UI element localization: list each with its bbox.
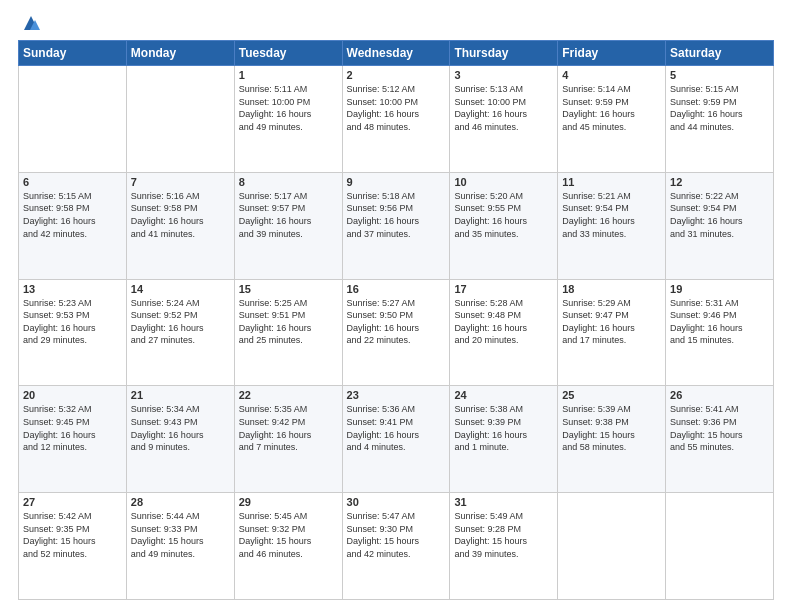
day-number: 27 — [23, 496, 122, 508]
calendar-cell — [666, 493, 774, 600]
calendar-cell: 9Sunrise: 5:18 AM Sunset: 9:56 PM Daylig… — [342, 172, 450, 279]
day-info: Sunrise: 5:25 AM Sunset: 9:51 PM Dayligh… — [239, 297, 338, 347]
calendar-cell: 5Sunrise: 5:15 AM Sunset: 9:59 PM Daylig… — [666, 66, 774, 173]
calendar-cell: 12Sunrise: 5:22 AM Sunset: 9:54 PM Dayli… — [666, 172, 774, 279]
day-number: 31 — [454, 496, 553, 508]
day-number: 7 — [131, 176, 230, 188]
calendar-cell: 31Sunrise: 5:49 AM Sunset: 9:28 PM Dayli… — [450, 493, 558, 600]
day-number: 24 — [454, 389, 553, 401]
day-number: 11 — [562, 176, 661, 188]
calendar-cell: 14Sunrise: 5:24 AM Sunset: 9:52 PM Dayli… — [126, 279, 234, 386]
day-number: 30 — [347, 496, 446, 508]
day-info: Sunrise: 5:39 AM Sunset: 9:38 PM Dayligh… — [562, 403, 661, 453]
weekday-header-sunday: Sunday — [19, 41, 127, 66]
day-info: Sunrise: 5:24 AM Sunset: 9:52 PM Dayligh… — [131, 297, 230, 347]
day-info: Sunrise: 5:44 AM Sunset: 9:33 PM Dayligh… — [131, 510, 230, 560]
day-number: 13 — [23, 283, 122, 295]
calendar-cell: 27Sunrise: 5:42 AM Sunset: 9:35 PM Dayli… — [19, 493, 127, 600]
day-info: Sunrise: 5:31 AM Sunset: 9:46 PM Dayligh… — [670, 297, 769, 347]
day-number: 23 — [347, 389, 446, 401]
day-number: 15 — [239, 283, 338, 295]
day-info: Sunrise: 5:15 AM Sunset: 9:58 PM Dayligh… — [23, 190, 122, 240]
calendar-cell: 18Sunrise: 5:29 AM Sunset: 9:47 PM Dayli… — [558, 279, 666, 386]
day-info: Sunrise: 5:12 AM Sunset: 10:00 PM Daylig… — [347, 83, 446, 133]
day-number: 12 — [670, 176, 769, 188]
day-number: 10 — [454, 176, 553, 188]
day-info: Sunrise: 5:34 AM Sunset: 9:43 PM Dayligh… — [131, 403, 230, 453]
calendar-cell: 24Sunrise: 5:38 AM Sunset: 9:39 PM Dayli… — [450, 386, 558, 493]
day-number: 14 — [131, 283, 230, 295]
day-info: Sunrise: 5:49 AM Sunset: 9:28 PM Dayligh… — [454, 510, 553, 560]
calendar-cell: 7Sunrise: 5:16 AM Sunset: 9:58 PM Daylig… — [126, 172, 234, 279]
day-info: Sunrise: 5:21 AM Sunset: 9:54 PM Dayligh… — [562, 190, 661, 240]
calendar-cell — [558, 493, 666, 600]
day-info: Sunrise: 5:41 AM Sunset: 9:36 PM Dayligh… — [670, 403, 769, 453]
calendar-cell: 26Sunrise: 5:41 AM Sunset: 9:36 PM Dayli… — [666, 386, 774, 493]
day-number: 3 — [454, 69, 553, 81]
calendar-cell: 13Sunrise: 5:23 AM Sunset: 9:53 PM Dayli… — [19, 279, 127, 386]
day-number: 6 — [23, 176, 122, 188]
calendar-cell: 16Sunrise: 5:27 AM Sunset: 9:50 PM Dayli… — [342, 279, 450, 386]
calendar-cell — [19, 66, 127, 173]
calendar-cell: 17Sunrise: 5:28 AM Sunset: 9:48 PM Dayli… — [450, 279, 558, 386]
weekday-header-tuesday: Tuesday — [234, 41, 342, 66]
day-number: 2 — [347, 69, 446, 81]
day-info: Sunrise: 5:13 AM Sunset: 10:00 PM Daylig… — [454, 83, 553, 133]
day-number: 26 — [670, 389, 769, 401]
calendar-cell: 20Sunrise: 5:32 AM Sunset: 9:45 PM Dayli… — [19, 386, 127, 493]
day-info: Sunrise: 5:17 AM Sunset: 9:57 PM Dayligh… — [239, 190, 338, 240]
day-info: Sunrise: 5:45 AM Sunset: 9:32 PM Dayligh… — [239, 510, 338, 560]
day-info: Sunrise: 5:14 AM Sunset: 9:59 PM Dayligh… — [562, 83, 661, 133]
calendar-cell: 30Sunrise: 5:47 AM Sunset: 9:30 PM Dayli… — [342, 493, 450, 600]
day-number: 16 — [347, 283, 446, 295]
day-info: Sunrise: 5:18 AM Sunset: 9:56 PM Dayligh… — [347, 190, 446, 240]
day-info: Sunrise: 5:35 AM Sunset: 9:42 PM Dayligh… — [239, 403, 338, 453]
weekday-header-wednesday: Wednesday — [342, 41, 450, 66]
day-number: 17 — [454, 283, 553, 295]
day-info: Sunrise: 5:23 AM Sunset: 9:53 PM Dayligh… — [23, 297, 122, 347]
day-number: 25 — [562, 389, 661, 401]
day-info: Sunrise: 5:36 AM Sunset: 9:41 PM Dayligh… — [347, 403, 446, 453]
day-info: Sunrise: 5:16 AM Sunset: 9:58 PM Dayligh… — [131, 190, 230, 240]
day-number: 5 — [670, 69, 769, 81]
day-info: Sunrise: 5:28 AM Sunset: 9:48 PM Dayligh… — [454, 297, 553, 347]
calendar-cell: 25Sunrise: 5:39 AM Sunset: 9:38 PM Dayli… — [558, 386, 666, 493]
calendar-cell: 3Sunrise: 5:13 AM Sunset: 10:00 PM Dayli… — [450, 66, 558, 173]
calendar-cell: 8Sunrise: 5:17 AM Sunset: 9:57 PM Daylig… — [234, 172, 342, 279]
week-row-1: 1Sunrise: 5:11 AM Sunset: 10:00 PM Dayli… — [19, 66, 774, 173]
day-number: 19 — [670, 283, 769, 295]
day-info: Sunrise: 5:15 AM Sunset: 9:59 PM Dayligh… — [670, 83, 769, 133]
weekday-header-monday: Monday — [126, 41, 234, 66]
day-number: 29 — [239, 496, 338, 508]
logo-icon — [20, 12, 42, 34]
week-row-4: 20Sunrise: 5:32 AM Sunset: 9:45 PM Dayli… — [19, 386, 774, 493]
weekday-header-row: SundayMondayTuesdayWednesdayThursdayFrid… — [19, 41, 774, 66]
day-number: 21 — [131, 389, 230, 401]
calendar-cell: 29Sunrise: 5:45 AM Sunset: 9:32 PM Dayli… — [234, 493, 342, 600]
calendar-cell: 22Sunrise: 5:35 AM Sunset: 9:42 PM Dayli… — [234, 386, 342, 493]
header — [18, 16, 774, 34]
day-info: Sunrise: 5:47 AM Sunset: 9:30 PM Dayligh… — [347, 510, 446, 560]
day-info: Sunrise: 5:11 AM Sunset: 10:00 PM Daylig… — [239, 83, 338, 133]
day-number: 20 — [23, 389, 122, 401]
day-info: Sunrise: 5:22 AM Sunset: 9:54 PM Dayligh… — [670, 190, 769, 240]
day-number: 22 — [239, 389, 338, 401]
page: SundayMondayTuesdayWednesdayThursdayFrid… — [0, 0, 792, 612]
week-row-3: 13Sunrise: 5:23 AM Sunset: 9:53 PM Dayli… — [19, 279, 774, 386]
day-number: 4 — [562, 69, 661, 81]
day-info: Sunrise: 5:32 AM Sunset: 9:45 PM Dayligh… — [23, 403, 122, 453]
calendar-cell: 10Sunrise: 5:20 AM Sunset: 9:55 PM Dayli… — [450, 172, 558, 279]
calendar-cell: 11Sunrise: 5:21 AM Sunset: 9:54 PM Dayli… — [558, 172, 666, 279]
day-info: Sunrise: 5:27 AM Sunset: 9:50 PM Dayligh… — [347, 297, 446, 347]
calendar-cell: 23Sunrise: 5:36 AM Sunset: 9:41 PM Dayli… — [342, 386, 450, 493]
day-info: Sunrise: 5:42 AM Sunset: 9:35 PM Dayligh… — [23, 510, 122, 560]
day-info: Sunrise: 5:29 AM Sunset: 9:47 PM Dayligh… — [562, 297, 661, 347]
calendar-cell: 19Sunrise: 5:31 AM Sunset: 9:46 PM Dayli… — [666, 279, 774, 386]
logo — [18, 16, 42, 34]
weekday-header-friday: Friday — [558, 41, 666, 66]
week-row-2: 6Sunrise: 5:15 AM Sunset: 9:58 PM Daylig… — [19, 172, 774, 279]
calendar-cell: 4Sunrise: 5:14 AM Sunset: 9:59 PM Daylig… — [558, 66, 666, 173]
calendar-cell: 21Sunrise: 5:34 AM Sunset: 9:43 PM Dayli… — [126, 386, 234, 493]
calendar-cell: 6Sunrise: 5:15 AM Sunset: 9:58 PM Daylig… — [19, 172, 127, 279]
calendar-cell: 2Sunrise: 5:12 AM Sunset: 10:00 PM Dayli… — [342, 66, 450, 173]
